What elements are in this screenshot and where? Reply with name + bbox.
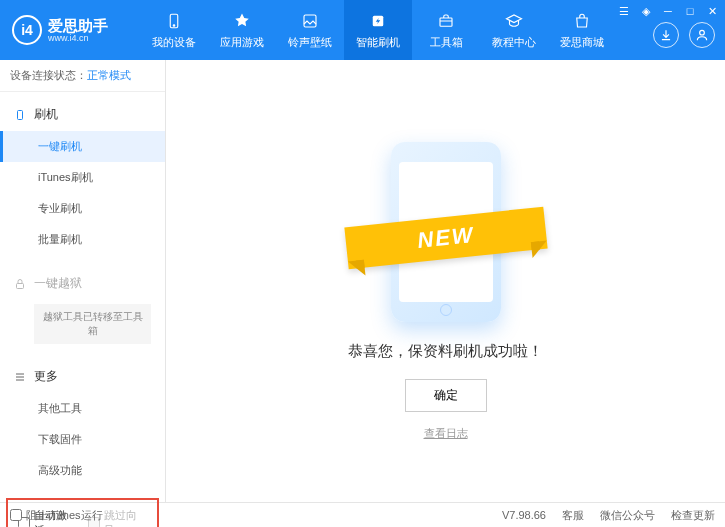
sidebar-item-oneclick-flash[interactable]: 一键刷机 [0,131,165,162]
nav-label: 智能刷机 [356,35,400,50]
footer-wechat-link[interactable]: 微信公众号 [600,508,655,523]
status-value: 正常模式 [87,69,131,81]
ok-button[interactable]: 确定 [405,379,487,412]
nav-label: 我的设备 [152,35,196,50]
checkbox-label: 阻止iTunes运行 [26,508,103,523]
footer-support-link[interactable]: 客服 [562,508,584,523]
success-message: 恭喜您，保资料刷机成功啦！ [348,342,543,361]
svg-rect-6 [18,110,23,119]
maximize-icon[interactable]: □ [683,4,697,18]
nav-store[interactable]: 爱思商城 [548,0,616,60]
app-url: www.i4.cn [48,33,108,43]
wallpaper-icon [300,11,320,31]
svg-rect-4 [440,18,452,26]
status-label: 设备连接状态： [10,69,87,81]
jailbreak-note: 越狱工具已转移至工具箱 [34,304,151,344]
apps-icon [232,11,252,31]
main-nav: 我的设备 应用游戏 铃声壁纸 智能刷机 工具箱 教程中心 爱思商城 [140,0,616,60]
nav-apps-games[interactable]: 应用游戏 [208,0,276,60]
sidebar-item-pro-flash[interactable]: 专业刷机 [0,193,165,224]
minimize-icon[interactable]: ─ [661,4,675,18]
logo-icon: i4 [12,15,42,45]
sidebar-item-other-tools[interactable]: 其他工具 [0,393,165,424]
sidebar-header-label: 更多 [34,368,58,385]
header-actions [653,22,715,48]
main-content: NEW 恭喜您，保资料刷机成功啦！ 确定 查看日志 [166,60,725,502]
nav-label: 铃声壁纸 [288,35,332,50]
sidebar-jailbreak-header[interactable]: 一键越狱 [0,267,165,300]
nav-my-device[interactable]: 我的设备 [140,0,208,60]
nav-ringtones[interactable]: 铃声壁纸 [276,0,344,60]
close-icon[interactable]: ✕ [705,4,719,18]
user-button[interactable] [689,22,715,48]
lock-icon [14,278,26,290]
sidebar-item-download-firmware[interactable]: 下载固件 [0,424,165,455]
version-label: V7.98.66 [502,509,546,521]
toolbox-icon [436,11,456,31]
sidebar-item-itunes-flash[interactable]: iTunes刷机 [0,162,165,193]
svg-point-5 [700,30,705,35]
skin-icon[interactable]: ◈ [639,4,653,18]
sidebar-item-advanced[interactable]: 高级功能 [0,455,165,486]
menu-icon [14,371,26,383]
tutorial-icon [504,11,524,31]
nav-label: 教程中心 [492,35,536,50]
nav-toolbox[interactable]: 工具箱 [412,0,480,60]
sidebar-item-batch-flash[interactable]: 批量刷机 [0,224,165,255]
logo-area: i4 爱思助手 www.i4.cn [0,15,140,45]
footer-update-link[interactable]: 检查更新 [671,508,715,523]
flash-icon [368,11,388,31]
phone-icon [14,109,26,121]
nav-tutorials[interactable]: 教程中心 [480,0,548,60]
block-itunes-checkbox[interactable]: 阻止iTunes运行 [10,508,103,523]
download-button[interactable] [653,22,679,48]
svg-rect-2 [304,15,316,27]
svg-rect-7 [17,283,24,288]
connection-status: 设备连接状态：正常模式 [0,60,165,92]
settings-icon[interactable]: ☰ [617,4,631,18]
sidebar-header-label: 一键越狱 [34,275,82,292]
phone-icon [164,11,184,31]
sidebar-header-label: 刷机 [34,106,58,123]
sidebar: 设备连接状态：正常模式 刷机 一键刷机 iTunes刷机 专业刷机 批量刷机 一… [0,60,166,502]
checkbox-label: 跳过向导 [104,508,148,527]
nav-label: 爱思商城 [560,35,604,50]
window-controls: ☰ ◈ ─ □ ✕ [617,4,719,18]
view-log-link[interactable]: 查看日志 [424,426,468,441]
nav-smart-flash[interactable]: 智能刷机 [344,0,412,60]
sidebar-flash-header[interactable]: 刷机 [0,98,165,131]
app-header: i4 爱思助手 www.i4.cn 我的设备 应用游戏 铃声壁纸 智能刷机 工具… [0,0,725,60]
store-icon [572,11,592,31]
nav-label: 工具箱 [430,35,463,50]
sidebar-more-header[interactable]: 更多 [0,360,165,393]
svg-point-1 [173,24,175,26]
nav-label: 应用游戏 [220,35,264,50]
app-name: 爱思助手 [48,18,108,33]
success-illustration: NEW [356,122,536,322]
